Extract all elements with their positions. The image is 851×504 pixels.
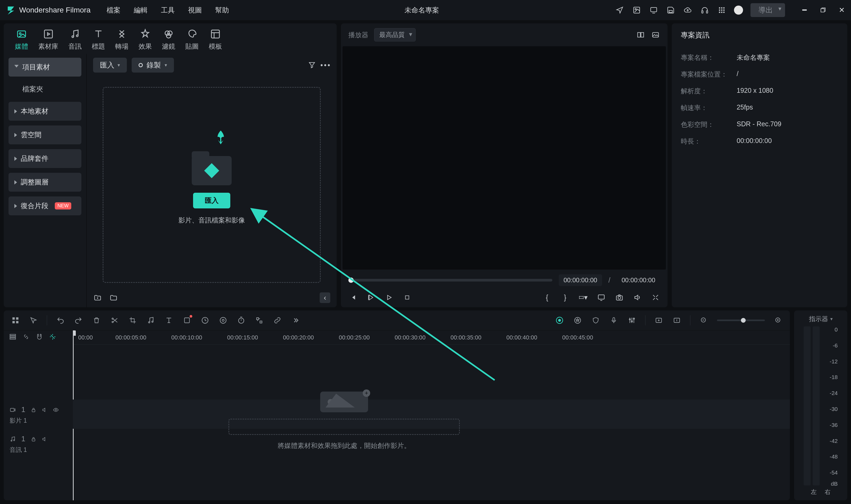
play-pause-button[interactable] bbox=[367, 293, 375, 302]
tab-templates[interactable]: 模板 bbox=[209, 28, 222, 51]
volume-icon[interactable] bbox=[633, 293, 642, 302]
sidebar-item-folders[interactable]: 檔案夾 bbox=[8, 82, 82, 97]
zoom-out-icon[interactable] bbox=[699, 316, 708, 325]
tab-filters[interactable]: 濾鏡 bbox=[162, 28, 175, 51]
scrub-track[interactable] bbox=[348, 279, 552, 282]
stop-button[interactable] bbox=[403, 293, 412, 302]
tracking-icon[interactable] bbox=[254, 316, 264, 325]
import-button[interactable]: 匯入 bbox=[193, 193, 230, 209]
aspect-dropdown[interactable]: ▾ bbox=[579, 293, 588, 302]
tab-stickers[interactable]: 貼圖 bbox=[185, 28, 199, 51]
auto-enhance-icon[interactable] bbox=[555, 316, 564, 325]
marker-icon[interactable] bbox=[672, 316, 681, 325]
tab-transitions[interactable]: 轉場 bbox=[115, 28, 128, 51]
preview-stage[interactable] bbox=[342, 46, 666, 270]
compare-view-icon[interactable] bbox=[636, 30, 645, 39]
marker-add-icon[interactable] bbox=[654, 316, 663, 325]
user-avatar[interactable] bbox=[734, 5, 743, 15]
link-track-icon[interactable] bbox=[22, 333, 30, 342]
undo-icon[interactable] bbox=[56, 316, 65, 325]
fullscreen-icon[interactable] bbox=[651, 293, 660, 302]
prev-frame-button[interactable] bbox=[348, 293, 357, 302]
display-icon[interactable] bbox=[597, 293, 606, 302]
more-menu-icon[interactable]: ••• bbox=[321, 60, 330, 70]
effect-star-icon[interactable] bbox=[573, 316, 582, 325]
crop-icon[interactable] bbox=[128, 316, 138, 325]
import-dropdown[interactable]: 匯入▾ bbox=[93, 58, 127, 73]
quality-select[interactable]: 最高品質 bbox=[374, 28, 416, 41]
tab-media[interactable]: 媒體 bbox=[15, 28, 28, 51]
minimize-button[interactable]: ━ bbox=[800, 6, 809, 14]
lock-icon[interactable] bbox=[31, 407, 36, 413]
close-button[interactable]: ✕ bbox=[838, 6, 846, 14]
layout-grid-icon[interactable] bbox=[11, 316, 20, 325]
chain-icon[interactable] bbox=[272, 316, 282, 325]
image-icon[interactable] bbox=[632, 5, 641, 15]
export-button[interactable]: 導出 bbox=[750, 3, 785, 17]
mark-in-icon[interactable]: { bbox=[543, 293, 552, 302]
redo-icon[interactable] bbox=[74, 316, 83, 325]
headphones-icon[interactable] bbox=[700, 5, 710, 15]
record-dropdown[interactable]: 錄製▾ bbox=[131, 58, 174, 73]
save-icon[interactable] bbox=[666, 5, 675, 15]
sidebar-item-local[interactable]: 本地素材 bbox=[8, 102, 82, 121]
drop-target-outline[interactable] bbox=[228, 419, 460, 435]
zoom-handle[interactable] bbox=[741, 318, 746, 323]
shield-icon[interactable] bbox=[591, 316, 601, 325]
tab-stock[interactable]: 素材庫 bbox=[38, 28, 58, 51]
split-icon[interactable] bbox=[110, 316, 119, 325]
mask-tool-icon[interactable] bbox=[182, 316, 192, 325]
sidebar-item-adjust[interactable]: 調整圖層 bbox=[8, 173, 82, 192]
auto-ripple-icon[interactable] bbox=[49, 333, 56, 342]
camera-snapshot-icon[interactable] bbox=[615, 293, 624, 302]
visibility-icon[interactable] bbox=[53, 407, 59, 413]
tab-audio[interactable]: 音訊 bbox=[68, 28, 82, 51]
menu-file[interactable]: 檔案 bbox=[107, 5, 121, 15]
new-folder-icon[interactable] bbox=[93, 293, 102, 302]
timeline-ruler[interactable]: 00:00 00:00:05:00 00:00:10:00 00:00:15:0… bbox=[73, 330, 790, 345]
mute-icon[interactable] bbox=[42, 407, 48, 413]
sidebar-item-cloud[interactable]: 雲空間 bbox=[8, 125, 82, 144]
sidebar-item-compound[interactable]: 復合片段NEW bbox=[8, 196, 82, 215]
lock-icon[interactable] bbox=[31, 436, 36, 442]
filter-icon[interactable] bbox=[307, 60, 317, 70]
meter-title[interactable]: 指示器 bbox=[809, 315, 833, 323]
maximize-button[interactable] bbox=[819, 6, 827, 14]
mark-out-icon[interactable]: } bbox=[561, 293, 570, 302]
monitor-icon[interactable] bbox=[649, 5, 658, 15]
tab-effects[interactable]: 效果 bbox=[139, 28, 152, 51]
import-drop-zone[interactable]: 匯入 影片、音訊檔案和影像 bbox=[103, 87, 321, 283]
track-manage-icon[interactable] bbox=[9, 333, 17, 342]
zoom-slider[interactable] bbox=[717, 320, 765, 321]
menu-tools[interactable]: 工具 bbox=[161, 5, 175, 15]
apps-grid-icon[interactable] bbox=[717, 5, 727, 15]
zoom-in-icon[interactable] bbox=[773, 316, 783, 325]
more-tools-icon[interactable] bbox=[291, 316, 300, 325]
menu-help[interactable]: 幫助 bbox=[215, 5, 229, 15]
sidebar-item-project-media[interactable]: 項目素材 bbox=[8, 58, 82, 76]
delete-icon[interactable] bbox=[92, 316, 101, 325]
microphone-icon[interactable] bbox=[609, 316, 619, 325]
snapshot-view-icon[interactable] bbox=[651, 30, 660, 39]
music-beat-icon[interactable] bbox=[146, 316, 156, 325]
speed-icon[interactable] bbox=[200, 316, 210, 325]
text-tool-icon[interactable] bbox=[164, 316, 174, 325]
collapse-sidebar-button[interactable]: ‹ bbox=[320, 292, 330, 303]
cloud-icon[interactable] bbox=[683, 5, 692, 15]
folder-icon[interactable] bbox=[109, 293, 118, 302]
menu-edit[interactable]: 編輯 bbox=[134, 5, 147, 15]
sidebar-item-brand[interactable]: 品牌套件 bbox=[8, 149, 82, 168]
selection-tool-icon[interactable] bbox=[29, 316, 38, 325]
mute-icon[interactable] bbox=[42, 436, 48, 442]
snap-icon[interactable] bbox=[36, 333, 43, 342]
mixer-icon[interactable] bbox=[627, 316, 637, 325]
tab-titles[interactable]: 標題 bbox=[92, 28, 105, 51]
menu-view[interactable]: 視圖 bbox=[188, 5, 202, 15]
timeline-tracks[interactable]: 00:00 00:00:05:00 00:00:10:00 00:00:15:0… bbox=[73, 330, 790, 500]
timer-icon[interactable] bbox=[236, 316, 246, 325]
send-icon[interactable] bbox=[615, 5, 624, 15]
time-current[interactable]: 00:00:00:00 bbox=[559, 274, 602, 286]
scrub-handle[interactable] bbox=[348, 277, 354, 283]
play-button[interactable] bbox=[385, 293, 394, 302]
color-wheel-icon[interactable] bbox=[218, 316, 228, 325]
